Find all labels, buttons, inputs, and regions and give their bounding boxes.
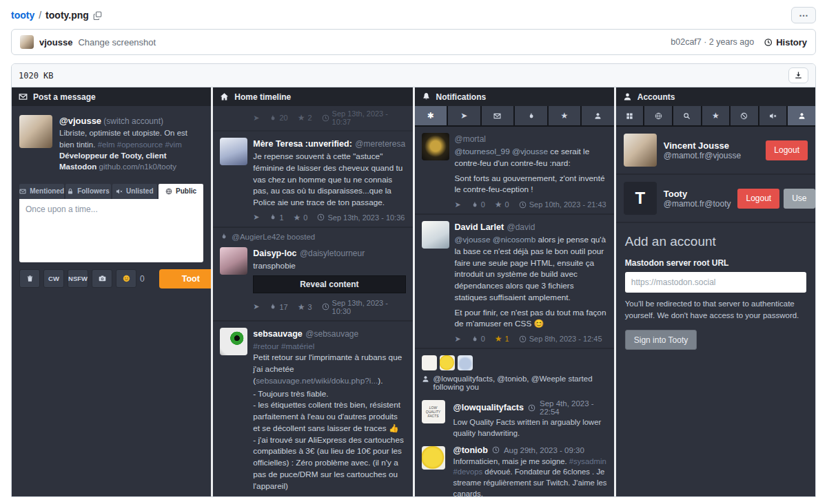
tab-accounts[interactable]: [788, 106, 815, 125]
reply-button[interactable]: ➤: [253, 303, 259, 311]
boost-button[interactable]: 1: [269, 213, 283, 222]
toot-date: Sep 13th, 2023 - 10:30: [322, 299, 406, 315]
cw-button[interactable]: CW: [43, 269, 64, 288]
more-options-button[interactable]: …: [791, 7, 816, 23]
avatar[interactable]: T: [624, 182, 657, 215]
filter-boosts-tab[interactable]: [515, 106, 547, 125]
reveal-content-button[interactable]: Reveal content: [253, 275, 405, 293]
boost-button[interactable]: 17: [269, 303, 287, 311]
toot-author[interactable]: Daisyp-loc: [253, 249, 296, 258]
tab-followers[interactable]: Followers: [65, 184, 110, 199]
toot-handle[interactable]: @mereteresa: [355, 139, 405, 149]
reply-button[interactable]: ➤: [455, 201, 461, 209]
nsfw-button[interactable]: NSFW: [68, 269, 88, 288]
filter-direct-tab[interactable]: [482, 106, 514, 125]
follower-handle[interactable]: @toniob: [453, 445, 488, 455]
emoji-button[interactable]: [116, 269, 136, 288]
boost-button[interactable]: 0: [471, 335, 485, 343]
copy-path-button[interactable]: [93, 11, 102, 20]
avatar[interactable]: [220, 138, 247, 165]
avatar[interactable]: [624, 134, 657, 167]
reply-button[interactable]: ➤: [253, 114, 259, 122]
commit-message-link[interactable]: Change screenshot: [78, 37, 156, 48]
avatar[interactable]: [422, 133, 449, 160]
bio-hashtags[interactable]: #elm #opensource #vim: [98, 140, 182, 149]
tab-public[interactable]: Public: [159, 184, 203, 199]
server-url-input[interactable]: [625, 272, 806, 293]
toot-author[interactable]: sebsauvage: [253, 329, 303, 339]
tab-unlisted[interactable]: Unlisted: [112, 184, 157, 199]
filter-follows-tab[interactable]: [582, 106, 614, 125]
toot-hashtags[interactable]: #retour #matériel: [253, 342, 314, 351]
switch-account-link[interactable]: (switch account): [103, 116, 163, 126]
mention-links[interactable]: @tournesol_99 @vjousse: [455, 147, 548, 156]
current-user-avatar[interactable]: [19, 115, 52, 148]
logout-button[interactable]: Logout: [766, 140, 808, 160]
filter-mentions-tab[interactable]: ➤: [448, 106, 480, 125]
boost-button[interactable]: 20: [269, 114, 287, 122]
tab-search[interactable]: [673, 106, 701, 125]
history-button[interactable]: History: [764, 37, 807, 48]
toot-button[interactable]: Toot: [159, 269, 212, 288]
favourite-button[interactable]: ★0: [495, 200, 509, 209]
follower-handle[interactable]: @lowqualityfacts: [453, 403, 524, 412]
favourite-button[interactable]: ★0: [294, 213, 308, 222]
notifications-column: Notifications ✱ ➤ ★ @mortal @tournesol_9…: [415, 87, 614, 496]
follower-avatars: [415, 349, 614, 374]
toot-author[interactable]: David Larlet: [455, 222, 504, 232]
filter-favourites-tab[interactable]: ★: [549, 106, 581, 125]
favourite-button[interactable]: ★2: [298, 114, 312, 122]
tab-mentioned[interactable]: Mentioned: [19, 184, 64, 199]
favourite-button[interactable]: ★3: [298, 303, 312, 311]
notification-mention: David Larlet @david @vjousse @nicosomb a…: [415, 215, 614, 349]
toot-handle[interactable]: @mortal: [455, 134, 487, 144]
boosted-by-text[interactable]: @AugierLe42e boosted: [232, 233, 315, 241]
fire-icon: [471, 201, 478, 209]
compose-textarea[interactable]: [19, 199, 203, 262]
avatar[interactable]: [458, 355, 473, 370]
avatar[interactable]: [422, 221, 449, 249]
toot-handle[interactable]: @daisyletourneur: [300, 249, 365, 258]
commit-author-avatar[interactable]: [20, 35, 34, 49]
tab-global[interactable]: [644, 106, 672, 125]
star-count: 1: [505, 335, 509, 343]
avatar[interactable]: [422, 446, 445, 470]
reply-button[interactable]: ➤: [455, 335, 461, 343]
account-row: T Tooty @mamot.fr@tooty Logout Use: [616, 175, 815, 223]
follow-date: Sep 4th, 2023 - 22:54: [540, 399, 607, 416]
filter-all-tab[interactable]: ✱: [415, 106, 447, 125]
toot-link[interactable]: sebsauvage.net/wiki/doku.php?i...: [256, 376, 378, 386]
bio-link[interactable]: github.com/n1k0/tooty: [99, 162, 177, 171]
toot-handle[interactable]: @sebsauvage: [305, 329, 358, 339]
commit-author-link[interactable]: vjousse: [39, 37, 72, 48]
breadcrumb-repo-link[interactable]: tooty: [11, 10, 34, 21]
clear-button[interactable]: [19, 269, 40, 288]
compose-header: Post a message: [12, 87, 211, 106]
toot-author[interactable]: Mère Teresa :unverified:: [253, 139, 352, 149]
logout-button[interactable]: Logout: [737, 189, 779, 209]
envelope-icon: [19, 188, 26, 195]
media-button[interactable]: [92, 269, 112, 288]
tab-favourites[interactable]: ★: [702, 106, 730, 125]
toot-handle[interactable]: @david: [507, 222, 535, 232]
mention-links[interactable]: @vjousse @nicosomb: [455, 235, 536, 244]
download-button[interactable]: [788, 67, 808, 83]
favourite-button[interactable]: ★1: [495, 335, 509, 343]
user-bio: Libriste, optimiste et utopiste. On est …: [59, 127, 203, 150]
avatar[interactable]: [220, 328, 247, 355]
avatar[interactable]: [422, 355, 437, 370]
tab-grid[interactable]: [616, 106, 644, 125]
globe-icon: [655, 112, 662, 120]
sign-into-tooty-button[interactable]: Sign into Tooty: [625, 330, 697, 350]
avatar[interactable]: [440, 355, 455, 370]
boost-button[interactable]: 0: [471, 200, 485, 209]
reply-button[interactable]: ➤: [253, 213, 259, 221]
tab-blocks[interactable]: [731, 106, 758, 125]
tab-mutes[interactable]: [759, 106, 787, 125]
boost-count: 20: [279, 114, 287, 122]
use-account-button[interactable]: Use: [784, 189, 815, 209]
home-timeline-header: Home timeline: [213, 87, 412, 106]
envelope-icon: [493, 112, 501, 120]
avatar[interactable]: [220, 247, 247, 275]
avatar[interactable]: LOW QUALITY FACTS: [422, 400, 445, 423]
